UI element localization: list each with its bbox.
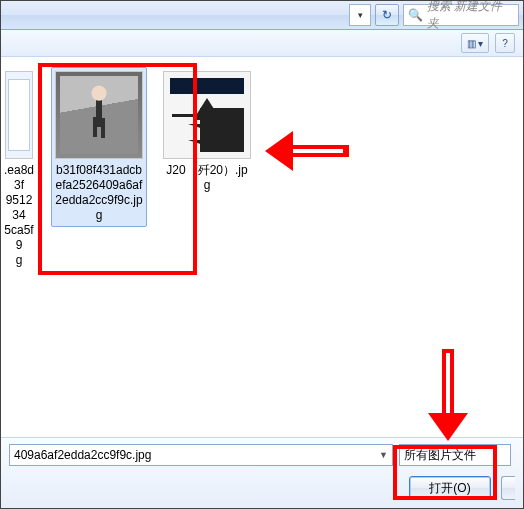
file-tile[interactable]: .ea8d3f 951234 5ca5f9 g [1,67,39,272]
file-thumbnail [55,71,143,159]
cancel-button-partial[interactable] [501,476,515,500]
address-dropdown[interactable]: ▾ [349,4,371,26]
chevron-down-icon: ▼ [379,450,388,460]
refresh-button[interactable]: ↻ [375,4,399,26]
file-tile[interactable]: J20（歼20）.jpg [159,67,255,197]
filename-value: 409a6af2edda2cc9f9c.jpg [14,448,151,462]
file-name-label: .ea8d3f 951234 5ca5f9 g [3,163,35,268]
view-mode-icon: ▥ ▾ [467,38,484,49]
filter-label: 所有图片文件 [404,447,476,464]
file-thumbnail [5,71,33,159]
file-thumbnail [163,71,251,159]
view-toolbar: ▥ ▾ ? [1,30,523,57]
view-mode-button[interactable]: ▥ ▾ [461,33,489,53]
help-button[interactable]: ? [495,33,515,53]
search-icon: 🔍 [408,8,423,22]
search-input[interactable]: 🔍 搜索 新建文件夹 [403,4,519,26]
filename-combo[interactable]: 409a6af2edda2cc9f9c.jpg ▼ [9,444,393,466]
address-toolbar: ▾ ↻ 🔍 搜索 新建文件夹 [1,1,523,30]
help-icon: ? [502,38,508,49]
file-name-label: b31f08f431adcbefa2526409a6af2edda2cc9f9c… [55,163,143,223]
open-button-label: 打开(O) [429,480,470,497]
chevron-down-icon: ▾ [358,10,363,20]
file-tile-selected[interactable]: b31f08f431adcbefa2526409a6af2edda2cc9f9c… [51,67,147,227]
file-type-filter[interactable]: 所有图片文件 [399,444,511,466]
file-list-pane[interactable]: .ea8d3f 951234 5ca5f9 g b31f08f431adcbef… [1,57,523,424]
refresh-icon: ↻ [382,8,392,22]
dialog-bottom-panel: 409a6af2edda2cc9f9c.jpg ▼ 所有图片文件 打开(O) [1,437,523,508]
search-placeholder: 搜索 新建文件夹 [427,0,514,32]
open-button[interactable]: 打开(O) [409,476,491,500]
file-name-label: J20（歼20）.jpg [163,163,251,193]
